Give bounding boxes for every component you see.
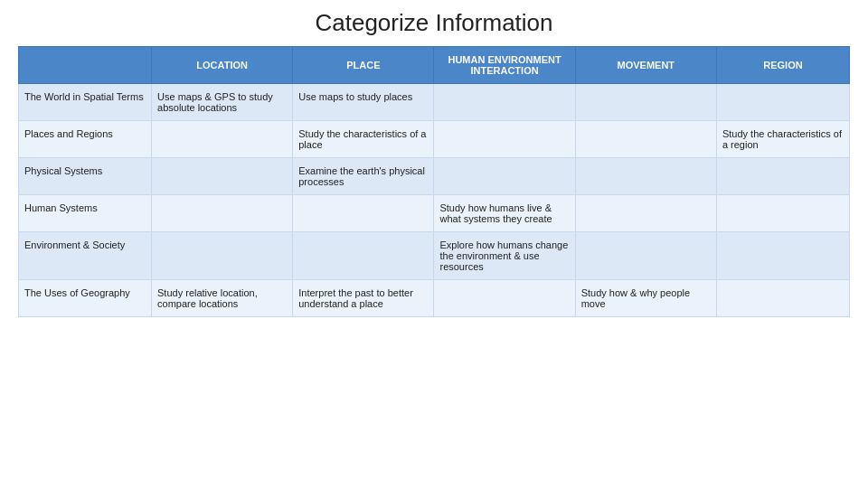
categorize-table: LOCATION PLACE HUMAN ENVIRONMENT INTERAC… xyxy=(18,46,850,317)
cell-1-label: Places and Regions xyxy=(19,121,152,158)
table-row: The Uses of GeographyStudy relative loca… xyxy=(19,280,850,317)
table-row: Places and RegionsStudy the characterist… xyxy=(19,121,850,158)
cell-4-place xyxy=(293,232,434,280)
cell-0-movement xyxy=(575,84,716,121)
cell-3-label: Human Systems xyxy=(19,195,152,232)
cell-5-region xyxy=(716,280,849,317)
cell-1-location xyxy=(152,121,293,158)
cell-4-movement xyxy=(575,232,716,280)
cell-3-hei: Study how humans live & what systems the… xyxy=(434,195,575,232)
header-place: PLACE xyxy=(293,47,434,84)
table-row: The World in Spatial TermsUse maps & GPS… xyxy=(19,84,850,121)
header-hei: HUMAN ENVIRONMENT INTERACTION xyxy=(434,47,575,84)
cell-1-hei xyxy=(434,121,575,158)
table-row: Physical SystemsExamine the earth's phys… xyxy=(19,158,850,195)
header-location: LOCATION xyxy=(152,47,293,84)
cell-3-location xyxy=(152,195,293,232)
page-title: Categorize Information xyxy=(18,9,850,37)
cell-1-region: Study the characteristics of a region xyxy=(716,121,849,158)
cell-2-place: Examine the earth's physical processes xyxy=(293,158,434,195)
cell-4-region xyxy=(716,232,849,280)
cell-5-place: Interpret the past to better understand … xyxy=(293,280,434,317)
cell-0-place: Use maps to study places xyxy=(293,84,434,121)
cell-4-label: Environment & Society xyxy=(19,232,152,280)
header-col0 xyxy=(19,47,152,84)
header-movement: MOVEMENT xyxy=(575,47,716,84)
cell-2-hei xyxy=(434,158,575,195)
cell-5-hei xyxy=(434,280,575,317)
cell-5-movement: Study how & why people move xyxy=(575,280,716,317)
cell-3-movement xyxy=(575,195,716,232)
cell-5-label: The Uses of Geography xyxy=(19,280,152,317)
cell-5-location: Study relative location, compare locatio… xyxy=(152,280,293,317)
cell-3-place xyxy=(293,195,434,232)
cell-2-location xyxy=(152,158,293,195)
cell-0-location: Use maps & GPS to study absolute locatio… xyxy=(152,84,293,121)
cell-3-region xyxy=(716,195,849,232)
cell-0-hei xyxy=(434,84,575,121)
cell-1-place: Study the characteristics of a place xyxy=(293,121,434,158)
cell-2-region xyxy=(716,158,849,195)
cell-1-movement xyxy=(575,121,716,158)
cell-2-label: Physical Systems xyxy=(19,158,152,195)
table-row: Human SystemsStudy how humans live & wha… xyxy=(19,195,850,232)
table-row: Environment & SocietyExplore how humans … xyxy=(19,232,850,280)
page-container: Categorize Information LOCATION PLACE HU… xyxy=(0,0,868,488)
cell-0-region xyxy=(716,84,849,121)
cell-4-hei: Explore how humans change the environmen… xyxy=(434,232,575,280)
header-region: REGION xyxy=(716,47,849,84)
cell-4-location xyxy=(152,232,293,280)
cell-2-movement xyxy=(575,158,716,195)
cell-0-label: The World in Spatial Terms xyxy=(19,84,152,121)
